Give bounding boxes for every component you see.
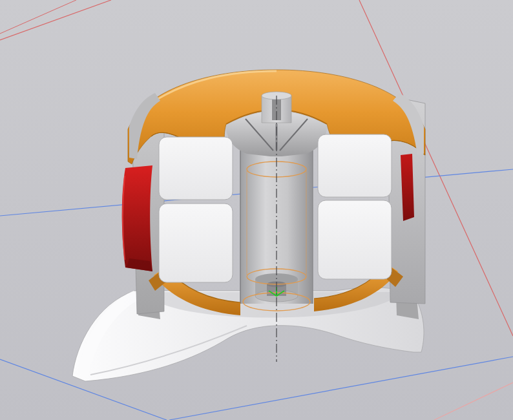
filler-block-left-top (159, 137, 233, 200)
filler-block-left-bottom (159, 204, 233, 282)
cad-viewport[interactable] (0, 0, 513, 420)
filler-block-right-bottom (318, 200, 392, 279)
red-band-section-left (122, 165, 152, 271)
filler-block-right-top (318, 134, 392, 197)
